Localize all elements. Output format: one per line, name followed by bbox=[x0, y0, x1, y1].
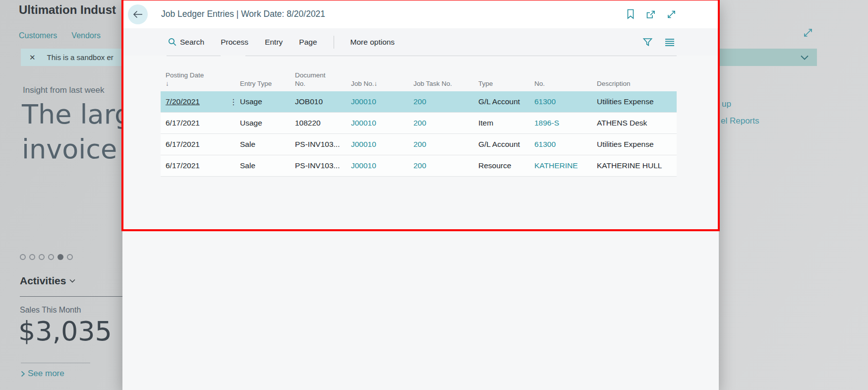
insight-eyebrow: Insight from last week bbox=[23, 85, 104, 95]
toolbar-item-process[interactable]: Process bbox=[221, 38, 248, 47]
cell-posting_date[interactable]: 7/20/2021 bbox=[161, 97, 227, 106]
cell-description: Utilities Expense bbox=[597, 140, 677, 149]
cell-job_task_no[interactable]: 200 bbox=[413, 119, 478, 128]
toolbar-item-entry[interactable]: Entry bbox=[265, 38, 283, 47]
cell-job_task_no[interactable]: 200 bbox=[413, 97, 478, 106]
dialog-toolbar: Search Process Entry Page More options bbox=[122, 28, 719, 56]
close-icon[interactable]: ✕ bbox=[29, 53, 36, 62]
list-view-icon[interactable] bbox=[664, 38, 675, 47]
cell-description: KATHERINE HULL bbox=[597, 161, 677, 170]
back-arrow-icon bbox=[132, 10, 143, 19]
activities-divider bbox=[20, 296, 122, 297]
tab-customers[interactable]: Customers bbox=[19, 31, 57, 40]
carousel-dot[interactable] bbox=[29, 254, 35, 260]
see-more-label: See more bbox=[28, 369, 64, 379]
column-header-job_no[interactable]: Job No.↓ bbox=[351, 56, 413, 91]
backdrop-left-pane: Ultimation Indust Customers Vendors ✕ Th… bbox=[0, 0, 122, 390]
chevron-down-icon[interactable] bbox=[800, 55, 809, 61]
tab-vendors[interactable]: Vendors bbox=[71, 31, 101, 40]
sandbox-banner: ✕ This is a sandbox er bbox=[21, 49, 122, 66]
insight-headline-line1: The larg bbox=[22, 97, 122, 132]
column-header-description[interactable]: Description bbox=[597, 56, 677, 91]
table-row[interactable]: 6/17/2021SalePS-INV103...J00010200G/L Ac… bbox=[161, 134, 677, 155]
expand-card-icon[interactable] bbox=[802, 27, 814, 39]
dialog-header-actions bbox=[626, 9, 719, 19]
cell-posting_date[interactable]: 6/17/2021 bbox=[161, 161, 227, 170]
column-header-type[interactable]: Type bbox=[478, 56, 534, 91]
cell-no[interactable]: KATHERINE bbox=[534, 161, 597, 170]
carousel-dot[interactable] bbox=[67, 254, 73, 260]
chevron-down-icon bbox=[69, 277, 76, 284]
cell-no[interactable]: 1896-S bbox=[534, 119, 597, 128]
cell-description: ATHENS Desk bbox=[597, 119, 677, 128]
cell-type: G/L Account bbox=[478, 97, 534, 106]
cell-no[interactable]: 61300 bbox=[534, 140, 597, 149]
carousel-dot[interactable] bbox=[58, 254, 63, 260]
toolbar-divider bbox=[334, 36, 334, 49]
bookmark-icon[interactable] bbox=[626, 9, 635, 19]
search-icon bbox=[168, 38, 176, 46]
cell-entry_type: Sale bbox=[240, 140, 295, 149]
dialog-header: Job Ledger Entries | Work Date: 8/20/202… bbox=[122, 0, 719, 28]
cell-entry_type: Sale bbox=[240, 161, 295, 170]
open-in-new-window-icon[interactable] bbox=[645, 9, 656, 19]
insight-headline: The larg invoice bbox=[22, 97, 122, 167]
cell-document_no: PS-INV103... bbox=[295, 140, 351, 149]
activities-header[interactable]: Activities bbox=[20, 275, 76, 287]
carousel-dot[interactable] bbox=[48, 254, 54, 260]
cell-job_task_no[interactable]: 200 bbox=[413, 161, 478, 170]
toolbar-view-actions bbox=[642, 37, 719, 47]
search-button[interactable]: Search bbox=[168, 38, 204, 47]
column-header-job_task_no[interactable]: Job Task No. bbox=[413, 56, 478, 91]
table-row[interactable]: 7/20/2021⋮UsageJOB010J00010200G/L Accoun… bbox=[161, 91, 677, 113]
cell-job_no[interactable]: J00010 bbox=[351, 161, 413, 170]
cell-job_no[interactable]: J00010 bbox=[351, 119, 413, 128]
company-name: Ultimation Indust bbox=[19, 3, 116, 17]
activities-title: Activities bbox=[20, 275, 66, 287]
back-button[interactable] bbox=[128, 4, 148, 24]
toolbar-item-page[interactable]: Page bbox=[299, 38, 317, 47]
cell-job_task_no[interactable]: 200 bbox=[413, 140, 478, 149]
setup-link[interactable]: up bbox=[722, 99, 731, 109]
cell-job_no[interactable]: J00010 bbox=[351, 97, 413, 106]
carousel-dot[interactable] bbox=[39, 254, 45, 260]
excel-reports-link[interactable]: el Reports bbox=[721, 116, 759, 126]
cell-entry_type: Usage bbox=[240, 119, 295, 128]
column-header-document_no[interactable]: DocumentNo. bbox=[295, 56, 351, 91]
job-ledger-entries-table: Posting Date↓Entry TypeDocumentNo.Job No… bbox=[161, 56, 677, 177]
cell-no[interactable]: 61300 bbox=[534, 97, 597, 106]
chevron-right-icon bbox=[20, 370, 26, 378]
carousel-dots bbox=[20, 254, 73, 260]
table-row[interactable]: 6/17/2021Usage108220J00010200Item1896-SA… bbox=[161, 113, 677, 134]
column-header-entry_type[interactable]: Entry Type bbox=[240, 56, 295, 91]
dialog-title: Job Ledger Entries | Work Date: 8/20/202… bbox=[161, 9, 325, 19]
see-more-link[interactable]: See more bbox=[20, 369, 64, 379]
cell-posting_date[interactable]: 6/17/2021 bbox=[161, 119, 227, 128]
cell-document_no: PS-INV103... bbox=[295, 161, 351, 170]
see-more-divider bbox=[21, 363, 90, 363]
cell-document_no: 108220 bbox=[295, 119, 351, 128]
cell-type: Resource bbox=[478, 161, 534, 170]
column-header-no[interactable]: No. bbox=[534, 56, 597, 91]
cell-menu[interactable]: ⋮ bbox=[227, 97, 240, 107]
filter-icon[interactable] bbox=[642, 37, 653, 47]
column-header-posting_date[interactable]: Posting Date↓ bbox=[161, 56, 227, 91]
insight-headline-line2: invoice bbox=[22, 132, 122, 167]
cell-type: Item bbox=[478, 119, 534, 128]
sales-this-month-label: Sales This Month bbox=[20, 306, 81, 315]
job-ledger-entries-dialog: Job Ledger Entries | Work Date: 8/20/202… bbox=[122, 0, 719, 390]
cell-posting_date[interactable]: 6/17/2021 bbox=[161, 140, 227, 149]
more-options-button[interactable]: More options bbox=[350, 38, 395, 47]
column-header-menu bbox=[227, 56, 240, 91]
table-row[interactable]: 6/17/2021SalePS-INV103...J00010200Resour… bbox=[161, 155, 677, 177]
backdrop-right-pane: up el Reports bbox=[719, 0, 868, 390]
sales-this-month-value[interactable]: $3,035 bbox=[18, 316, 112, 347]
cell-job_no[interactable]: J00010 bbox=[351, 140, 413, 149]
table-body: 7/20/2021⋮UsageJOB010J00010200G/L Accoun… bbox=[161, 91, 677, 177]
search-label: Search bbox=[180, 38, 204, 47]
cell-description: Utilities Expense bbox=[597, 97, 677, 106]
expand-icon[interactable] bbox=[666, 9, 677, 19]
carousel-dot[interactable] bbox=[20, 254, 26, 260]
table-header-row: Posting Date↓Entry TypeDocumentNo.Job No… bbox=[161, 56, 677, 91]
cell-entry_type: Usage bbox=[240, 97, 295, 106]
